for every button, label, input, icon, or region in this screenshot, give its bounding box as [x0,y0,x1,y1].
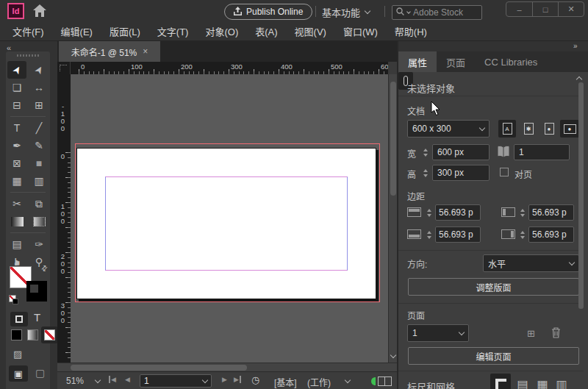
view-options-icon[interactable]: ▨ [13,349,22,360]
menu-item[interactable]: 文字(T) [154,23,193,40]
default-fill-stroke-icon[interactable] [9,295,16,302]
minimize-button[interactable]: – [506,2,532,16]
margin-outside-field[interactable]: 56.693 p [528,226,574,243]
menu-item[interactable]: 窗口(W) [340,23,381,40]
margin-bottom-field[interactable]: 56.693 p [435,226,481,243]
publish-online-button[interactable]: Publish Online [224,4,312,20]
screen-mode-preview-button[interactable]: ▢ [35,367,45,379]
baseline-grid-button[interactable]: ▤ [514,375,531,389]
menu-item[interactable]: 视图(V) [291,23,330,40]
chevron-down-icon[interactable] [95,377,101,383]
close-button[interactable]: ✕ [558,2,584,16]
note-tool[interactable]: ▤ [6,235,28,253]
tool-divider[interactable] [6,114,50,119]
selection-tool[interactable]: ➤ [7,61,26,79]
landscape-orientation-button[interactable]: ● [560,120,579,138]
horizontal-scrollbar[interactable] [57,363,397,371]
screen-mode-normal-button[interactable]: ▣ [9,365,28,382]
tab-cc-libraries[interactable]: CC Libraries [475,51,547,72]
maximize-button[interactable]: □ [532,2,558,16]
first-page-button[interactable]: ◀ [109,376,116,383]
vertical-grid-tool[interactable]: ▥ [28,172,50,190]
menu-item[interactable]: 文件(F) [9,23,48,40]
tab-properties[interactable]: 属性 [398,51,437,72]
width-field[interactable]: 600 px [432,144,490,160]
vertical-scrollbar[interactable] [388,74,397,363]
pasteboard-canvas[interactable] [71,74,388,363]
home-icon[interactable] [33,4,46,19]
pages-select[interactable]: 1 [407,324,469,342]
menu-item[interactable]: 对象(O) [201,23,242,40]
content-placer-tool[interactable]: ⊞ [28,96,50,114]
margin-inside-stepper[interactable] [518,204,526,221]
chevron-down-icon[interactable] [345,377,351,383]
panel-drag-handle[interactable] [17,54,39,57]
pages-count-field[interactable]: 1 [514,144,570,160]
preflight-profile-label[interactable]: [基本] [274,376,297,388]
pen-tool[interactable]: ✒ [6,137,28,154]
pencil-tool[interactable]: ✎ [28,137,50,154]
apply-gradient-button[interactable] [27,329,38,340]
document-grid-button[interactable]: ▦ [534,375,551,389]
type-tool[interactable]: T [6,119,28,137]
collapse-panel-button[interactable]: » [573,42,576,50]
scroll-up-icon[interactable] [576,76,582,82]
gradient-feather-tool[interactable] [28,213,50,230]
next-page-button[interactable]: ▶ [222,376,227,383]
workspace-switcher[interactable]: 基本功能 [322,5,370,19]
ruler-origin-corner[interactable] [57,62,71,74]
page-size-select[interactable]: 600 x 300 [407,120,490,138]
frame-grid-button[interactable]: ✱ [520,121,537,137]
eyedropper-tool[interactable]: ✑ [28,235,50,253]
document-tab[interactable]: 未命名-1 @ 51% × [59,41,160,62]
rectangle-tool[interactable]: ■ [28,154,50,172]
direct-selection-tool[interactable]: ➤ [28,61,50,79]
height-stepper[interactable] [421,165,429,181]
horizontal-ruler[interactable]: 0100200300400500600 [71,62,388,74]
menu-item[interactable]: 表(A) [251,23,281,40]
tab-pages[interactable]: 页面 [437,51,475,72]
page-number-field[interactable]: 1 [140,374,212,388]
preflight-icon[interactable]: ◷ [251,374,259,385]
edit-pages-button[interactable]: 编辑页面 [408,347,579,365]
margin-inside-field[interactable]: 56.693 p [528,204,574,221]
working-space-label[interactable]: (工作) [307,376,331,388]
formatting-affects-container-button[interactable] [10,312,28,326]
chevron-down-icon[interactable] [202,376,208,382]
show-rulers-button[interactable] [490,374,511,389]
last-page-button[interactable]: ▶ [234,376,241,383]
column-grid-button[interactable]: ▥ [553,375,570,389]
margin-top-field[interactable]: 56.693 p [435,204,481,221]
gradient-tool[interactable] [6,213,28,230]
tab-close-icon[interactable]: × [143,46,148,57]
stroke-swatch[interactable] [26,281,47,301]
scroll-down-icon[interactable] [390,352,396,358]
menu-item[interactable]: 帮助(H) [391,23,431,40]
margin-bottom-stepper[interactable] [425,226,433,243]
formatting-affects-text-button[interactable]: T [34,311,40,324]
add-page-icon[interactable]: ⊞ [527,328,535,339]
facing-pages-checkbox[interactable] [500,168,509,176]
menu-item[interactable]: 编辑(E) [57,23,96,40]
orientation-select[interactable]: 水平 [483,254,579,272]
vertical-ruler[interactable]: -1000100200300 [57,74,71,363]
search-input[interactable]: Adobe Stock [392,5,482,20]
free-transform-tool[interactable]: ⧉ [28,195,50,213]
horizontal-grid-tool[interactable]: ▦ [6,172,28,190]
tool-divider[interactable] [6,230,50,235]
zoom-level[interactable]: 51% [66,376,84,386]
page-tool[interactable]: ❏ [6,79,28,96]
layout-grid-button[interactable]: A [498,120,516,138]
margin-outside-stepper[interactable] [518,226,526,243]
frame-tool[interactable]: ⊠ [6,154,28,172]
apply-color-button[interactable] [11,329,22,340]
adjust-layout-button[interactable]: 调整版面 [408,278,579,296]
scrollbar-thumb[interactable] [71,365,247,371]
gap-tool[interactable]: ↔ [28,79,50,96]
line-tool[interactable]: ╱ [28,119,50,137]
content-collector-tool[interactable]: ⊟ [6,96,28,114]
spread-view-icon[interactable] [378,376,392,386]
tool-divider[interactable] [6,190,50,195]
apply-none-button[interactable] [41,326,58,343]
portrait-orientation-button[interactable]: ● [541,121,557,137]
